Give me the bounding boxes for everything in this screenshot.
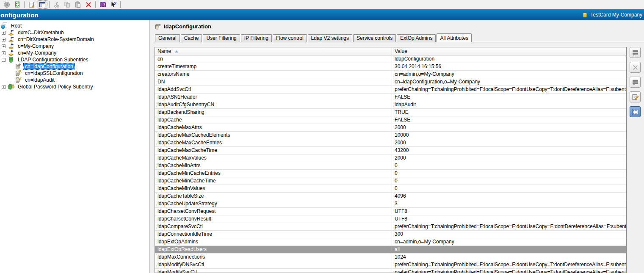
attr-name-cell[interactable]: DN <box>155 78 392 85</box>
tree-expander-plus-icon[interactable]: + <box>2 31 6 35</box>
refresh-button[interactable] <box>12 0 22 9</box>
attr-value-cell[interactable]: 3 <box>392 200 626 207</box>
attr-value-cell[interactable]: UTF8 <box>392 208 626 215</box>
attr-value-cell[interactable]: preferChaining=T:chainingProhibited=F:lo… <box>392 223 626 230</box>
table-row[interactable]: ldapCacheMaxAttrs2000 <box>155 124 626 132</box>
tree-item[interactable]: +Global Password Policy Subentry <box>0 83 149 90</box>
tab-flow-control[interactable]: Flow control <box>273 34 307 42</box>
attr-value-cell[interactable]: ldapAudit <box>392 101 626 108</box>
attr-name-cell[interactable]: ldapMaxConnections <box>155 254 392 261</box>
attr-name-cell[interactable]: ldapCache <box>155 116 392 124</box>
attr-name-cell[interactable]: ldapCacheUpdateStrategy <box>155 200 392 207</box>
tree-item[interactable]: cn=ldapConfiguration <box>0 63 149 70</box>
tree-item[interactable]: cn=ldapAudit <box>0 77 149 83</box>
cut-button[interactable] <box>51 0 62 9</box>
table-row[interactable]: ldapCacheMaxCacheEntries2000 <box>155 139 626 147</box>
stop-button[interactable] <box>1 0 12 9</box>
table-row[interactable]: ldapAddSvcCtlpreferChaining=T:chainingPr… <box>155 86 626 94</box>
attr-name-cell[interactable]: creatorsName <box>155 71 392 78</box>
attr-value-cell[interactable]: 0 <box>392 170 626 177</box>
paste-button[interactable] <box>72 0 83 9</box>
table-row[interactable]: ldapCacheMaxCachedElements10000 <box>155 132 626 139</box>
attr-value-cell[interactable]: preferChaining=T:chainingProhibited=F:lo… <box>392 269 626 273</box>
attr-name-cell[interactable]: ldapCacheMinValues <box>155 185 392 192</box>
tree-expander-plus-icon[interactable]: + <box>2 38 6 41</box>
attr-name-cell[interactable]: ldapCacheMaxCacheEntries <box>155 139 392 146</box>
tree-item-label[interactable]: cn=DirXmetaRole-SystemDomain <box>17 36 95 42</box>
tab-service-controls[interactable]: Service controls <box>353 34 396 42</box>
tree-item-label[interactable]: Root <box>10 23 23 29</box>
properties-button[interactable] <box>26 0 37 9</box>
attr-name-cell[interactable]: ldapExtOpAdmins <box>155 238 392 245</box>
attr-name-cell[interactable]: ldapASN1Header <box>155 94 392 101</box>
tab-extop-admins[interactable]: ExtOp Admins <box>397 34 436 42</box>
tree-item-label[interactable]: o=My-Company <box>17 43 55 49</box>
attr-value-cell[interactable]: 0 <box>392 185 626 192</box>
tree-view-toggle-button[interactable] <box>37 0 47 9</box>
tree-item[interactable]: cn=ldapSSLConfiguration <box>0 70 149 77</box>
multi-value-button[interactable] <box>630 77 641 88</box>
table-row[interactable]: createTimestamp30.04.2014 16:15:56 <box>155 63 626 71</box>
table-row[interactable]: ldapCompareSvcCtlpreferChaining=T:chaini… <box>155 223 626 231</box>
attr-name-cell[interactable]: cn <box>155 55 392 63</box>
attr-value-cell[interactable]: cn=ldapConfiguration,o=My-Company <box>392 78 626 85</box>
attr-value-cell[interactable]: 2000 <box>392 139 626 146</box>
attr-value-cell[interactable]: 0 <box>392 162 626 169</box>
tab-ldap-v2-settings[interactable]: Ldap V2 settings <box>308 34 352 42</box>
tree-item-label[interactable]: dxmC=DirXmetahub <box>17 30 65 36</box>
attr-value-cell[interactable]: 2000 <box>392 154 626 162</box>
attr-value-cell[interactable]: 10000 <box>392 132 626 139</box>
attr-name-cell[interactable]: ldapCacheMinAttrs <box>155 162 392 169</box>
attr-name-cell[interactable]: ldapCompareSvcCtl <box>155 223 392 230</box>
attr-name-cell[interactable]: ldapCacheMinCacheTime <box>155 177 392 185</box>
table-row[interactable]: ldapExtOpReadUsersall <box>155 246 626 254</box>
attr-value-cell[interactable]: 43200 <box>392 147 626 154</box>
table-row[interactable]: ldapAuditCfgSubentryCNldapAudit <box>155 101 626 109</box>
table-row[interactable]: ldapModifyDNSvcCtlpreferChaining=T:chain… <box>155 261 626 269</box>
table-row[interactable]: ldapASN1HeaderFALSE <box>155 94 626 101</box>
tree-item[interactable]: Root <box>0 22 149 29</box>
tree-item-label[interactable]: Global Password Policy Subentry <box>17 84 94 90</box>
table-row[interactable]: ldapCacheMinAttrs0 <box>155 162 626 170</box>
table-row[interactable]: ldapCacheUpdateStrategy3 <box>155 200 626 208</box>
table-row[interactable]: ldapCacheMaxValues2000 <box>155 154 626 162</box>
tree-item[interactable]: +o=My-Company <box>0 43 149 50</box>
attr-name-cell[interactable]: ldapCacheTableSize <box>155 193 392 200</box>
attr-name-cell[interactable]: ldapCacheMaxAttrs <box>155 124 392 131</box>
attr-value-cell[interactable]: 4096 <box>392 193 626 200</box>
attr-name-cell[interactable]: ldapAddSvcCtl <box>155 86 392 93</box>
table-row[interactable]: ldapCacheMinValues0 <box>155 185 626 193</box>
attr-value-cell[interactable]: 0 <box>392 177 626 185</box>
edit-value-button[interactable] <box>630 91 641 102</box>
attr-value-cell[interactable]: FALSE <box>392 94 626 101</box>
tree-item[interactable]: +cn=My-Company <box>0 50 149 56</box>
attr-value-cell[interactable]: 30.04.2014 16:15:56 <box>392 63 626 70</box>
attribute-list-toggle-button[interactable] <box>630 106 641 117</box>
tree-item-label[interactable]: cn=My-Company <box>17 50 58 56</box>
attr-name-cell[interactable]: ldapBackendSharing <box>155 109 392 116</box>
attr-name-cell[interactable]: ldapCharsetConvResult <box>155 215 392 223</box>
attr-name-cell[interactable]: createTimestamp <box>155 63 392 70</box>
tree-item[interactable]: −LDAP Configuration Subentries <box>0 56 149 63</box>
attr-name-cell[interactable]: ldapCacheMaxCacheTime <box>155 147 392 154</box>
table-row[interactable]: ldapCacheMinCacheEntries0 <box>155 170 626 177</box>
column-header-name[interactable]: Name <box>155 47 392 55</box>
tab-cache[interactable]: Cache <box>181 34 202 42</box>
table-row[interactable]: creatorsNamecn=admin,o=My-Company <box>155 71 626 78</box>
tab-all-attributes[interactable]: All Attributes <box>437 33 472 42</box>
tree-item[interactable]: +cn=DirXmetaRole-SystemDomain <box>0 36 149 43</box>
attr-name-cell[interactable]: ldapCacheMaxCachedElements <box>155 132 392 139</box>
tree-expander-plus-icon[interactable]: + <box>2 44 6 48</box>
attr-value-cell[interactable]: ldapConfiguration <box>392 55 626 63</box>
tree-item-label[interactable]: cn=ldapSSLConfiguration <box>24 70 84 76</box>
table-row[interactable]: ldapMaxConnections1024 <box>155 254 626 261</box>
attr-value-cell[interactable]: TRUE <box>392 109 626 116</box>
tree-expander-plus-icon[interactable]: + <box>2 85 6 89</box>
attr-name-cell[interactable]: ldapModifySvcCtl <box>155 269 392 273</box>
help-contents-button[interactable]: ? <box>97 0 108 9</box>
attr-value-cell[interactable]: 300 <box>392 231 626 238</box>
delete-value-button[interactable] <box>630 62 641 73</box>
attr-name-cell[interactable]: ldapAuditCfgSubentryCN <box>155 101 392 108</box>
tree-item[interactable]: +dxmC=DirXmetahub <box>0 29 149 36</box>
attr-value-cell[interactable]: preferChaining=T:chainingProhibited=F:lo… <box>392 86 626 93</box>
